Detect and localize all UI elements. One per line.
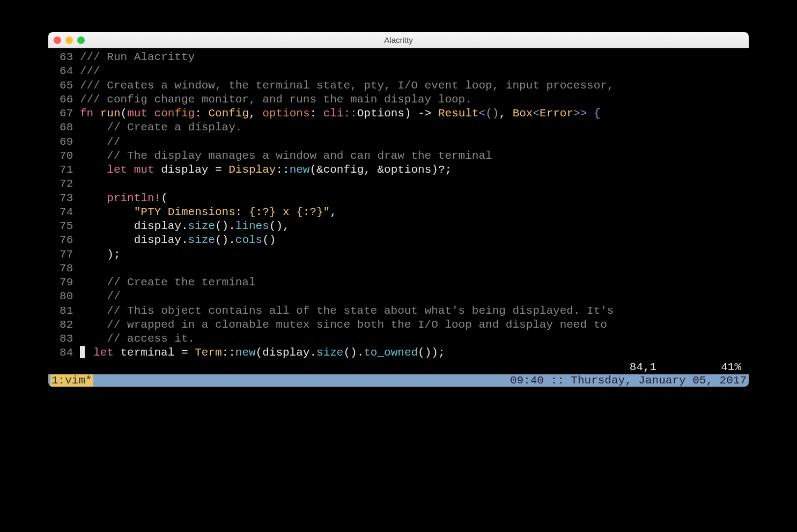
line-number: 81 <box>51 304 73 318</box>
code-row: 77 ); <box>51 248 746 262</box>
close-icon[interactable] <box>54 36 61 44</box>
line-number: 72 <box>51 177 73 191</box>
code-row: 74 "PTY Dimensions: {:?} x {:?}", <box>51 205 746 219</box>
line-number: 63 <box>51 50 73 64</box>
minimize-icon[interactable] <box>65 36 73 44</box>
code-row: 63/// Run Alacritty <box>51 50 746 64</box>
code-row: 80 // <box>51 290 746 304</box>
titlebar: Alacritty <box>48 32 749 48</box>
code-row: 71 let mut display = Display::new(&confi… <box>51 163 746 177</box>
line-number: 83 <box>51 332 73 346</box>
code-row: 81 // This object contains all of the st… <box>51 304 746 318</box>
code-row: 76 display.size().cols() <box>51 233 746 247</box>
line-number: 80 <box>51 290 73 304</box>
line-number: 79 <box>51 276 73 290</box>
comment-text: /// Run Alacritty <box>80 50 195 64</box>
line-number: 73 <box>51 191 73 205</box>
line-number: 77 <box>51 248 73 262</box>
code-row: 70 // The display manages a window and c… <box>51 149 746 163</box>
code-row: 67fn run(mut config: Config, options: cl… <box>51 107 746 121</box>
line-number: 70 <box>51 149 73 163</box>
terminal-area[interactable]: 63/// Run Alacritty 64/// 65/// Creates … <box>48 48 749 374</box>
code-row: 83 // access it. <box>51 332 746 346</box>
code-row: 78 <box>51 262 746 276</box>
code-row: 66/// config change monitor, and runs th… <box>51 93 746 107</box>
terminal-window: Alacritty 63/// Run Alacritty 64/// 65//… <box>48 32 749 387</box>
code-row: 84let terminal = Term::new(display.size(… <box>51 346 746 360</box>
line-number: 78 <box>51 262 73 276</box>
zoom-icon[interactable] <box>77 36 85 44</box>
tmux-statusbar: 1:vim* 09:40 :: Thursday, January 05, 20… <box>48 374 749 387</box>
code-content: fn run(mut config: Config, options: cli:… <box>80 107 601 121</box>
line-number: 65 <box>51 79 73 93</box>
cursor-position: 84,1 <box>630 360 656 374</box>
code-row: 73 println!( <box>51 191 746 205</box>
traffic-lights <box>48 36 85 44</box>
line-number: 76 <box>51 233 73 247</box>
code-row: 82 // wrapped in a clonable mutex since … <box>51 318 746 332</box>
line-number: 68 <box>51 121 73 135</box>
line-number: 64 <box>51 64 73 78</box>
line-number: 71 <box>51 163 73 177</box>
line-number: 74 <box>51 205 73 219</box>
line-number: 69 <box>51 135 73 149</box>
scroll-percent: 41% <box>721 360 741 374</box>
code-row: 68 // Create a display. <box>51 121 746 135</box>
line-number: 82 <box>51 318 73 332</box>
code-row: 69 // <box>51 135 746 149</box>
code-row: 64/// <box>51 64 746 78</box>
vim-status-line: 84,1 41% <box>51 360 746 374</box>
code-row: 72 <box>51 177 746 191</box>
cursor-icon <box>80 346 85 358</box>
code-row: 79 // Create the terminal <box>51 276 746 290</box>
line-number: 84 <box>51 346 73 360</box>
code-row: 75 display.size().lines(), <box>51 219 746 233</box>
tmux-window-tab[interactable]: 1:vim* <box>50 374 93 387</box>
clock-text: 09:40 :: Thursday, January 05, 2017 <box>510 374 747 387</box>
line-number: 75 <box>51 219 73 233</box>
line-number: 66 <box>51 93 73 107</box>
window-title: Alacritty <box>48 35 749 45</box>
code-row: 65/// Creates a window, the terminal sta… <box>51 79 746 93</box>
line-number: 67 <box>51 107 73 121</box>
